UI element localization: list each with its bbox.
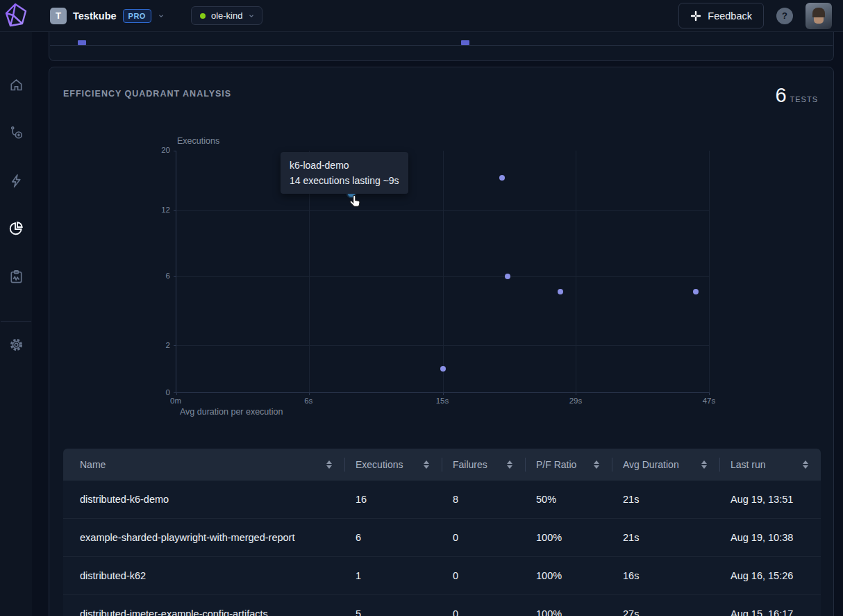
y-tick-label: 12 <box>141 206 170 214</box>
testkube-logo[interactable] <box>0 0 32 32</box>
gridline <box>709 151 710 392</box>
column-label: Last run <box>731 459 766 470</box>
test-workflows-icon <box>8 125 24 141</box>
table-cell: distributed-k62 <box>63 557 344 594</box>
cursor-pointer-icon <box>347 194 362 213</box>
scatter-point[interactable] <box>693 289 699 294</box>
user-avatar[interactable] <box>806 3 832 29</box>
environment-status-dot <box>200 13 206 19</box>
sort-icon <box>701 460 707 469</box>
y-tick-mark <box>174 151 176 151</box>
table-cell: distributed-jmeter-example-config-artifa… <box>63 595 344 616</box>
scatter-point[interactable] <box>499 175 505 181</box>
table-cell: 27s <box>612 595 719 616</box>
table-cell: example-sharded-playwright-with-merged-r… <box>63 519 344 556</box>
chevron-down-icon <box>248 13 255 19</box>
x-tick-mark <box>309 392 310 395</box>
table-cell: 0 <box>442 519 525 556</box>
sort-icon <box>507 460 512 469</box>
column-label: Avg Duration <box>623 459 679 470</box>
top-bar: T Testkube PRO ole-kind Feedback ? <box>0 0 843 32</box>
table-row[interactable]: distributed-jmeter-example-config-artifa… <box>63 595 821 616</box>
table-cell: 1 <box>344 557 442 594</box>
partial-bar <box>78 40 86 45</box>
y-tick-mark <box>174 210 176 211</box>
x-tick-label: 47s <box>703 397 716 405</box>
plan-badge: PRO <box>123 9 151 23</box>
table-cell: Aug 16, 15:26 <box>719 557 821 594</box>
insights-icon <box>8 220 24 237</box>
x-tick-label: 15s <box>436 397 449 405</box>
table-cell: Aug 15, 16:17 <box>719 595 821 616</box>
table-header-cell[interactable]: Failures <box>442 449 525 481</box>
feedback-button[interactable]: Feedback <box>678 3 764 28</box>
x-tick-mark <box>709 392 710 395</box>
testkube-logo-icon <box>4 3 28 29</box>
scatter-point[interactable] <box>505 274 510 279</box>
gridline <box>576 151 576 392</box>
table-cell: Aug 19, 13:51 <box>719 481 821 518</box>
table-body: distributed-k6-demo16850%21sAug 19, 13:5… <box>63 481 821 616</box>
environment-name: ole-kind <box>211 10 243 21</box>
y-tick-label: 0 <box>141 388 170 397</box>
sidebar-item-triggers[interactable] <box>1 165 31 196</box>
table-row[interactable]: distributed-k6210100%16sAug 16, 15:26 <box>63 557 821 595</box>
help-button[interactable]: ? <box>776 8 793 24</box>
table-header: NameExecutionsFailuresP/F RatioAvg Durat… <box>63 449 821 481</box>
feedback-label: Feedback <box>708 10 752 22</box>
table-cell: 21s <box>612 481 719 518</box>
scatter-chart: Executions 20126200m6s15s29s47s Avg dura… <box>49 67 833 435</box>
environment-select[interactable]: ole-kind <box>191 6 263 25</box>
slack-icon <box>690 10 701 22</box>
table-cell: 100% <box>525 557 612 594</box>
sidebar-item-insights[interactable] <box>1 213 31 244</box>
topbar-right: Feedback ? <box>678 3 843 29</box>
table-cell: 5 <box>344 595 442 616</box>
scatter-point[interactable] <box>558 289 563 294</box>
workspace-avatar: T <box>50 8 67 24</box>
sidebar-item-settings[interactable] <box>1 329 31 360</box>
table-header-cell[interactable]: P/F Ratio <box>525 449 612 481</box>
sort-icon <box>326 460 332 469</box>
triggers-icon <box>8 173 24 189</box>
table-cell: 6 <box>344 519 442 556</box>
x-axis-title: Avg duration per execution <box>180 407 283 417</box>
x-tick-label: 6s <box>304 397 312 405</box>
x-tick-mark <box>176 392 177 395</box>
help-icon: ? <box>782 10 787 21</box>
column-label: Executions <box>356 459 403 470</box>
sort-icon <box>424 460 429 469</box>
chevron-down-icon <box>158 13 165 19</box>
sort-icon <box>803 460 808 469</box>
reports-icon <box>8 269 24 285</box>
main-content: EFFICIENCY QUADRANT ANALYSIS 6 TESTS Exe… <box>32 32 843 616</box>
table-cell: 50% <box>525 481 612 518</box>
table-header-cell[interactable]: Avg Duration <box>612 449 719 481</box>
table-header-cell[interactable]: Executions <box>344 449 442 481</box>
settings-icon <box>8 337 24 353</box>
table-cell: Aug 19, 10:38 <box>719 519 821 556</box>
gridline <box>443 151 444 392</box>
table-cell: 16s <box>612 557 719 594</box>
chart-tooltip: k6-load-demo 14 executions lasting ~9s <box>281 152 408 194</box>
previous-card-partial <box>49 32 834 61</box>
home-icon <box>8 77 24 93</box>
sort-icon <box>594 460 599 469</box>
y-tick-label: 20 <box>141 146 170 154</box>
table-cell: 0 <box>442 557 525 594</box>
table-cell: 100% <box>525 519 612 556</box>
sidebar-item-home[interactable] <box>1 69 31 100</box>
table-header-cell[interactable]: Last run <box>719 449 821 481</box>
sidebar-item-test-workflows[interactable] <box>1 117 31 148</box>
table-row[interactable]: example-sharded-playwright-with-merged-r… <box>63 519 821 557</box>
table-header-cell[interactable]: Name <box>63 449 344 481</box>
partial-chart-baseline <box>50 45 833 46</box>
workspace-name: Testkube <box>73 10 117 22</box>
tooltip-detail: 14 executions lasting ~9s <box>290 173 399 188</box>
workspace-switcher[interactable]: T Testkube PRO <box>50 8 165 24</box>
y-tick-label: 2 <box>141 341 170 349</box>
table-row[interactable]: distributed-k6-demo16850%21sAug 19, 13:5… <box>63 481 821 519</box>
scatter-point[interactable] <box>440 366 446 372</box>
x-tick-mark <box>443 392 444 395</box>
sidebar-item-reports[interactable] <box>1 261 31 292</box>
